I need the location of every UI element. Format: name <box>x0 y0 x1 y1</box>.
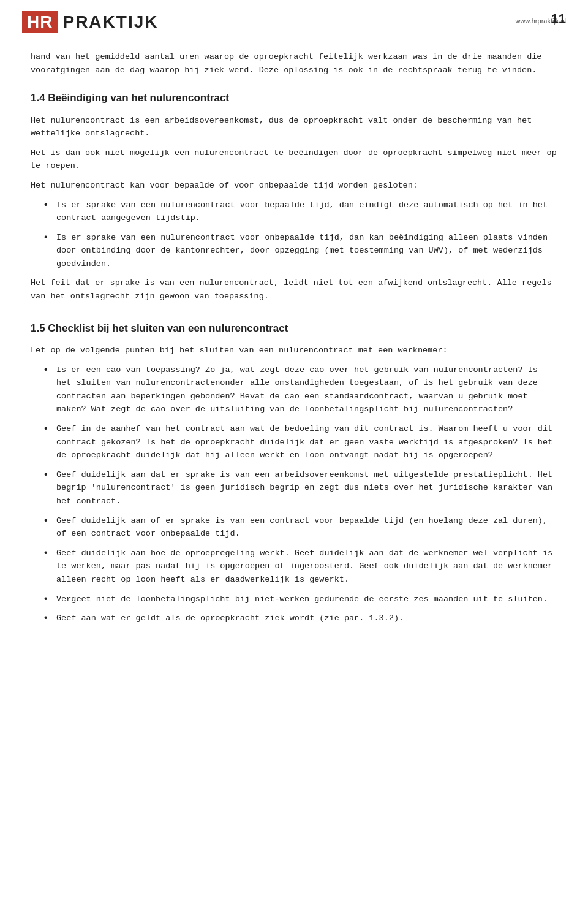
section1-para2: Het is dan ook niet mogelijk een nuluren… <box>31 146 557 173</box>
list-item: Is er sprake van een nulurencontract voo… <box>43 199 557 225</box>
section1-para3: Het nulurencontract kan voor bepaalde of… <box>31 179 557 192</box>
section1-para4: Het feit dat er sprake is van een nulure… <box>31 276 557 303</box>
header: HR PRAKTIJK www.hrpraktijk.nl <box>0 0 588 39</box>
section1-para1: Het nulurencontract is een arbeidsoveree… <box>31 114 557 140</box>
section2-bullet-list: Is er een cao van toepassing? Zo ja, wat… <box>31 363 557 625</box>
logo-praktijk: PRAKTIJK <box>58 12 158 32</box>
section2-intro: Let op de volgende punten bij het sluite… <box>31 344 557 357</box>
list-item: Geef duidelijk aan dat er sprake is van … <box>43 468 557 508</box>
page-number: 11 <box>551 11 566 27</box>
list-item: Is er een cao van toepassing? Zo ja, wat… <box>43 363 557 416</box>
logo-hr: HR <box>22 11 58 33</box>
section1-bullet-list: Is er sprake van een nulurencontract voo… <box>31 199 557 271</box>
section-1-5-heading: 1.5 Checklist bij het sluiten van een nu… <box>31 321 557 336</box>
list-item: Geef duidelijk aan hoe de oproepregeling… <box>43 547 557 587</box>
main-content: hand van het gemiddeld aantal uren waaro… <box>0 39 588 650</box>
list-item: Vergeet niet de loonbetalingsplicht bij … <box>43 593 557 606</box>
list-item: Is er sprake van een nulurencontract voo… <box>43 231 557 271</box>
list-item: Geef aan wat er geldt als de oproepkrach… <box>43 612 557 625</box>
list-item: Geef in de aanhef van het contract aan w… <box>43 422 557 462</box>
intro-paragraph: hand van het gemiddeld aantal uren waaro… <box>31 50 557 77</box>
section-1-4-heading: 1.4 Beëindiging van het nulurencontract <box>31 90 557 106</box>
list-item: Geef duidelijk aan of er sprake is van e… <box>43 514 557 541</box>
logo-block: HR PRAKTIJK <box>22 11 158 33</box>
